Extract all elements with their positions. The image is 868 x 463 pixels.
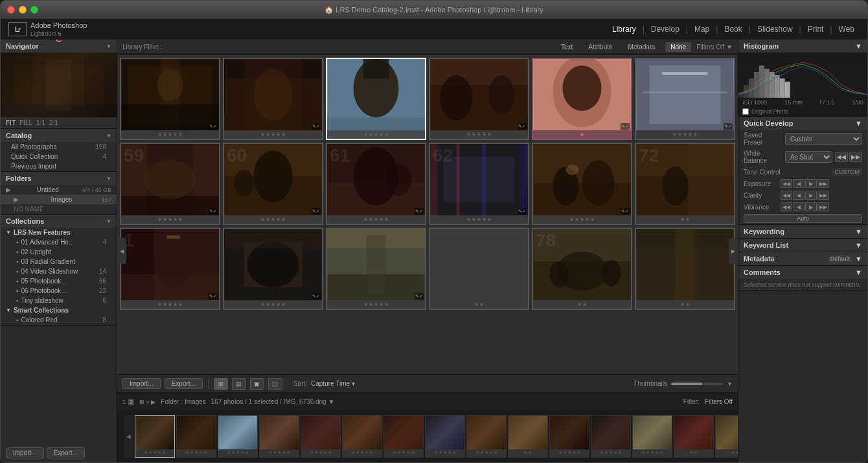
minimize-button[interactable] <box>19 6 27 14</box>
catalog-item-prev[interactable]: Previous Import <box>1 161 117 171</box>
filmstrip-view-icon[interactable]: ⊞ ≡ ▶ <box>139 399 155 405</box>
filter-metadata-btn[interactable]: Metadata <box>623 42 661 52</box>
qd-vib-plus2[interactable]: ▶▶ <box>817 202 829 211</box>
filmstrip-pg-1[interactable]: 1 <box>122 399 126 405</box>
photo-cell-5[interactable]: ★ ✎✓ <box>532 58 632 140</box>
photo-cell-16[interactable]: ★★ <box>429 228 529 310</box>
comments-header[interactable]: Comments ▼ <box>738 266 867 279</box>
module-slideshow[interactable]: Slideshow <box>752 22 798 36</box>
keywording-header[interactable]: Keywording ▼ <box>738 225 867 238</box>
film-thumb-14[interactable]: ★★ <box>674 415 714 458</box>
filter-text-btn[interactable]: Text <box>556 42 578 52</box>
photo-cell-4[interactable]: ★★★★★ ✎✓ <box>429 58 529 140</box>
view-grid-btn[interactable]: ⊞ <box>214 378 228 390</box>
photo-cell-12[interactable]: 72 ★★ <box>635 143 735 225</box>
qd-vib-minus1[interactable]: ◀ <box>793 202 805 211</box>
module-map[interactable]: Map <box>689 22 714 36</box>
module-web[interactable]: Web <box>834 22 860 36</box>
photo-cell-3[interactable]: ★★★★★ <box>326 58 426 140</box>
qd-wb-plus[interactable]: ▶▶ <box>849 152 862 162</box>
qd-clarity-minus2[interactable]: ◀◀ <box>781 191 792 200</box>
folders-header[interactable]: Folders ▼ <box>1 172 117 185</box>
zoom-1-1[interactable]: 1:1 <box>36 119 45 126</box>
qd-clarity-plus1[interactable]: ▶ <box>805 191 817 200</box>
photo-cell-18[interactable]: ★★ <box>635 228 735 310</box>
collections-header[interactable]: Collections ▼ <box>1 215 117 228</box>
zoom-2-1[interactable]: 2:1 <box>49 119 58 126</box>
film-thumb-7[interactable]: ★★★★★ <box>383 415 424 458</box>
slider-down-arrow[interactable]: ▼ <box>727 381 733 387</box>
qd-vib-plus1[interactable]: ▶ <box>805 202 817 211</box>
export-button[interactable]: Export... <box>47 447 85 458</box>
film-thumb-15[interactable]: ★★ <box>715 415 738 458</box>
fullscreen-button[interactable] <box>30 6 38 14</box>
module-print[interactable]: Print <box>803 22 829 36</box>
photo-cell-8[interactable]: 60 ★★★★★ ✎✓ <box>223 143 323 225</box>
catalog-item-quick[interactable]: Quick Collection 4 <box>1 152 117 161</box>
qd-clarity-minus1[interactable]: ◀ <box>793 191 805 200</box>
qd-wb-select[interactable]: As Shot <box>785 151 832 163</box>
qd-exp-plus1[interactable]: ▶ <box>805 179 817 188</box>
qd-saved-preset-select[interactable]: Custom <box>785 133 862 145</box>
qd-exp-minus2[interactable]: ◀◀ <box>781 179 792 188</box>
module-library[interactable]: Library <box>607 22 641 36</box>
module-develop[interactable]: Develop <box>646 22 685 36</box>
film-thumb-13[interactable]: ★★★★★ <box>632 415 672 458</box>
catalog-item-all[interactable]: All Photographs 168 <box>1 142 117 152</box>
film-thumb-5[interactable]: ★★★★★ <box>301 415 341 458</box>
import-button-bottom[interactable]: Import... <box>122 378 161 389</box>
collection-group-lrs[interactable]: ▼ LRS New Features <box>1 228 117 237</box>
close-button[interactable] <box>7 6 15 14</box>
catalog-header[interactable]: Catalog ▼ <box>1 129 117 142</box>
view-survey-btn[interactable]: ◫ <box>268 378 282 390</box>
qd-auto-button[interactable]: Auto <box>744 214 862 223</box>
filter-off-btn[interactable]: Filters Off ▼ <box>696 43 733 51</box>
keyword-list-header[interactable]: Keyword List ▼ <box>738 239 867 252</box>
collection-03[interactable]: ▪ 03 Radial Gradient <box>1 257 117 267</box>
film-thumb-6[interactable]: ★★★★★ <box>342 415 382 458</box>
metadata-header[interactable]: Metadata Default ▼ <box>738 252 867 265</box>
photo-cell-6[interactable]: ★★★★★ ✎✓ <box>635 58 735 140</box>
photo-cell-2[interactable]: ★★★★★ ✎✓ <box>223 58 323 140</box>
collection-01[interactable]: ▪ 01 Advanced He... 4 <box>1 237 117 247</box>
collection-04[interactable]: ▪ 04 Video Slideshow 14 <box>1 267 117 276</box>
photo-cell-1[interactable]: ★★★★★ ✎✓ <box>120 58 220 140</box>
folder-untitled[interactable]: ▶ Untitled 4/4 / 40 GB <box>1 185 117 195</box>
original-photo-checkbox[interactable] <box>742 108 749 115</box>
qd-wb-minus[interactable]: ◀◀ <box>835 152 848 162</box>
collection-tiny[interactable]: ▪ Tiny slideshow 6 <box>1 296 117 305</box>
thumbnail-size-slider[interactable] <box>671 383 723 385</box>
photo-cell-9[interactable]: 61 ★★★★★ ✎✓ <box>326 143 426 225</box>
qd-exp-minus1[interactable]: ◀ <box>793 179 805 188</box>
photo-cell-14[interactable]: ★★★★★ ✎✓ <box>223 228 323 310</box>
filmstrip-pg-2[interactable]: 2 <box>128 399 134 405</box>
import-button[interactable]: Import... <box>6 447 44 458</box>
photo-cell-13[interactable]: 1 ★★★★★ ✎✓ <box>120 228 220 310</box>
film-thumb-10[interactable]: ★★ <box>508 415 548 458</box>
filter-none-btn[interactable]: None <box>665 42 691 52</box>
sort-value[interactable]: Capture Time ▾ <box>311 380 355 387</box>
folder-no-name[interactable]: NO NAME <box>1 204 117 214</box>
view-compare-btn[interactable]: ▣ <box>250 378 264 390</box>
filmstrip-filter-value[interactable]: Filters Off <box>705 398 733 405</box>
qd-vib-minus2[interactable]: ◀◀ <box>781 202 792 211</box>
film-thumb-1[interactable]: ★★★★★ <box>135 415 175 458</box>
collection-05[interactable]: ▪ 05 Photobook ... 66 <box>1 276 117 286</box>
film-thumb-3[interactable]: ★★★★★ <box>218 415 258 458</box>
filter-attribute-btn[interactable]: Attribute <box>583 42 617 52</box>
zoom-fit[interactable]: FIT <box>6 119 16 126</box>
photo-cell-11[interactable]: ★★★★★ ✎✓ <box>532 143 632 225</box>
film-thumb-12[interactable]: ★★★★★ <box>591 415 631 458</box>
module-book[interactable]: Book <box>719 22 747 36</box>
film-thumb-9[interactable]: ★★★★★ <box>466 415 507 458</box>
collection-06[interactable]: ▪ 06 Photobook ... 22 <box>1 286 117 296</box>
collection-02[interactable]: ▪ 02 Upright <box>1 247 117 257</box>
right-panel-toggle[interactable]: ▶ <box>729 238 738 264</box>
film-thumb-2[interactable]: ★★★★★ <box>176 415 216 458</box>
view-loupe-btn[interactable]: ▤ <box>232 378 246 390</box>
film-thumb-11[interactable]: ★★★★★ <box>549 415 589 458</box>
export-button-bottom[interactable]: Export... <box>165 378 203 389</box>
film-thumb-8[interactable]: ★★★★★ <box>425 415 465 458</box>
film-thumb-4[interactable]: ★★★★★ <box>259 415 299 458</box>
folder-images[interactable]: ▶ Images 167 <box>1 195 117 204</box>
